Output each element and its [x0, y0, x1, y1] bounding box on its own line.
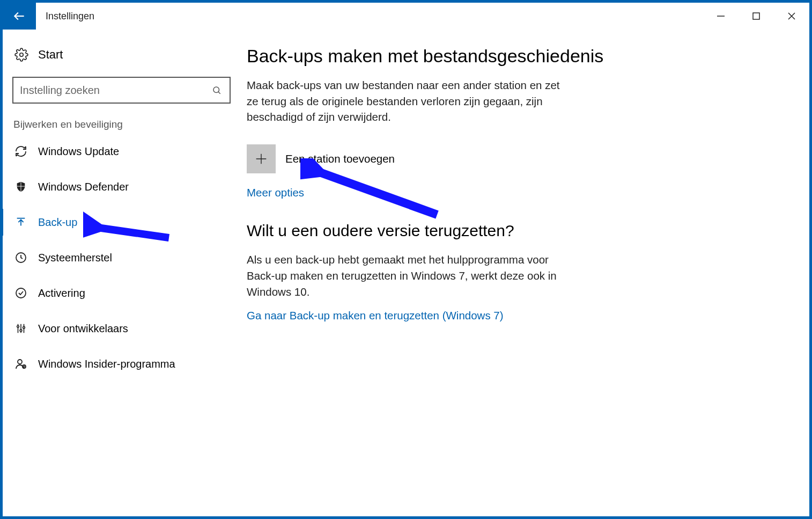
back-button[interactable]	[3, 3, 36, 30]
check-circle-icon	[13, 285, 28, 301]
minimize-button[interactable]	[703, 3, 739, 30]
sidebar: Start Bijwerken en beveiliging Windows U…	[3, 30, 247, 516]
win7-backup-link[interactable]: Ga naar Back-up maken en terugzetten (Wi…	[247, 309, 504, 322]
svg-point-8	[18, 360, 22, 364]
sidebar-item-activation[interactable]: Activering	[3, 275, 247, 311]
sidebar-item-label: Voor ontwikkelaars	[38, 323, 128, 335]
section-heading: Wilt u een oudere versie terugzetten?	[247, 222, 777, 240]
svg-point-1	[20, 53, 24, 57]
search-icon	[210, 84, 223, 97]
svg-rect-0	[753, 13, 759, 19]
sidebar-item-label: Systeemherstel	[38, 252, 112, 264]
sidebar-item-label: Windows Update	[38, 145, 119, 158]
svg-point-4	[16, 288, 26, 298]
svg-point-7	[23, 326, 25, 328]
gear-icon	[13, 47, 29, 63]
sidebar-item-developers[interactable]: Voor ontwikkelaars	[3, 311, 247, 346]
sidebar-item-label: Windows Insider-programma	[38, 358, 175, 370]
person-icon	[13, 356, 28, 372]
sidebar-item-label: Back-up	[38, 216, 77, 229]
sidebar-item-windows-defender[interactable]: Windows Defender	[3, 169, 247, 204]
main-content: Back-ups maken met bestandsgeschiedenis …	[247, 30, 809, 516]
page-description: Maak back-ups van uw bestanden naar een …	[247, 77, 569, 125]
search-input[interactable]	[20, 84, 210, 97]
arrow-left-icon	[12, 9, 26, 23]
minimize-icon	[717, 12, 725, 20]
upload-icon	[13, 214, 28, 230]
sidebar-item-label: Windows Defender	[38, 181, 129, 193]
sidebar-item-windows-update[interactable]: Windows Update	[3, 134, 247, 169]
sidebar-home-label: Start	[38, 48, 63, 62]
svg-point-5	[17, 326, 19, 328]
add-drive-label: Een station toevoegen	[285, 152, 395, 165]
svg-point-2	[213, 87, 219, 93]
title-bar: Instellingen	[3, 3, 809, 30]
section-description: Als u een back-up hebt gemaakt met het h…	[247, 252, 569, 299]
sidebar-item-recovery[interactable]: Systeemherstel	[3, 240, 247, 275]
close-icon	[787, 12, 796, 20]
window-title: Instellingen	[36, 3, 94, 30]
sidebar-item-label: Activering	[38, 287, 85, 299]
add-drive-button[interactable]	[247, 144, 276, 173]
shield-icon	[13, 179, 28, 195]
refresh-icon	[13, 143, 28, 159]
history-icon	[13, 250, 28, 266]
sidebar-item-backup[interactable]: Back-up	[3, 204, 247, 240]
sidebar-home[interactable]: Start	[3, 42, 247, 67]
search-box[interactable]	[12, 77, 231, 104]
more-options-link[interactable]: Meer opties	[247, 186, 304, 199]
sidebar-item-insider[interactable]: Windows Insider-programma	[3, 346, 247, 382]
svg-point-6	[20, 330, 22, 332]
maximize-icon	[752, 12, 760, 20]
sliders-icon	[13, 320, 28, 337]
maximize-button[interactable]	[739, 3, 774, 30]
close-button[interactable]	[774, 3, 809, 30]
plus-icon	[254, 151, 269, 166]
sidebar-section-label: Bijwerken en beveiliging	[3, 111, 247, 134]
page-heading: Back-ups maken met bestandsgeschiedenis	[247, 46, 777, 67]
